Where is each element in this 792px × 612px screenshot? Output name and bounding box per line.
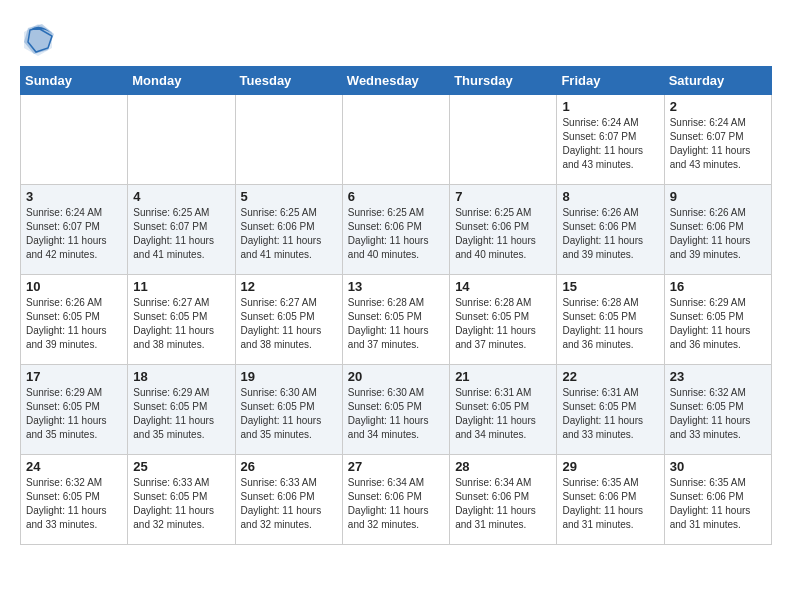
day-number: 30 bbox=[670, 459, 766, 474]
calendar-day-cell: 14Sunrise: 6:28 AM Sunset: 6:05 PM Dayli… bbox=[450, 275, 557, 365]
calendar-day-cell: 8Sunrise: 6:26 AM Sunset: 6:06 PM Daylig… bbox=[557, 185, 664, 275]
day-number: 17 bbox=[26, 369, 122, 384]
calendar-day-cell: 19Sunrise: 6:30 AM Sunset: 6:05 PM Dayli… bbox=[235, 365, 342, 455]
weekday-header: Tuesday bbox=[235, 67, 342, 95]
day-info: Sunrise: 6:27 AM Sunset: 6:05 PM Dayligh… bbox=[133, 296, 229, 352]
logo-icon bbox=[20, 20, 56, 56]
calendar-day-cell: 16Sunrise: 6:29 AM Sunset: 6:05 PM Dayli… bbox=[664, 275, 771, 365]
day-number: 8 bbox=[562, 189, 658, 204]
day-info: Sunrise: 6:25 AM Sunset: 6:06 PM Dayligh… bbox=[241, 206, 337, 262]
calendar-day-cell: 5Sunrise: 6:25 AM Sunset: 6:06 PM Daylig… bbox=[235, 185, 342, 275]
calendar-day-cell: 18Sunrise: 6:29 AM Sunset: 6:05 PM Dayli… bbox=[128, 365, 235, 455]
calendar-day-cell: 23Sunrise: 6:32 AM Sunset: 6:05 PM Dayli… bbox=[664, 365, 771, 455]
day-info: Sunrise: 6:25 AM Sunset: 6:06 PM Dayligh… bbox=[348, 206, 444, 262]
weekday-header: Monday bbox=[128, 67, 235, 95]
day-info: Sunrise: 6:29 AM Sunset: 6:05 PM Dayligh… bbox=[133, 386, 229, 442]
calendar-day-cell: 11Sunrise: 6:27 AM Sunset: 6:05 PM Dayli… bbox=[128, 275, 235, 365]
page-header bbox=[20, 20, 772, 56]
day-info: Sunrise: 6:25 AM Sunset: 6:06 PM Dayligh… bbox=[455, 206, 551, 262]
day-info: Sunrise: 6:33 AM Sunset: 6:05 PM Dayligh… bbox=[133, 476, 229, 532]
day-number: 26 bbox=[241, 459, 337, 474]
day-number: 6 bbox=[348, 189, 444, 204]
calendar-day-cell: 21Sunrise: 6:31 AM Sunset: 6:05 PM Dayli… bbox=[450, 365, 557, 455]
calendar-day-cell bbox=[235, 95, 342, 185]
calendar-day-cell: 9Sunrise: 6:26 AM Sunset: 6:06 PM Daylig… bbox=[664, 185, 771, 275]
day-number: 3 bbox=[26, 189, 122, 204]
day-number: 19 bbox=[241, 369, 337, 384]
calendar-week-row: 10Sunrise: 6:26 AM Sunset: 6:05 PM Dayli… bbox=[21, 275, 772, 365]
calendar-day-cell: 2Sunrise: 6:24 AM Sunset: 6:07 PM Daylig… bbox=[664, 95, 771, 185]
day-info: Sunrise: 6:26 AM Sunset: 6:05 PM Dayligh… bbox=[26, 296, 122, 352]
calendar-week-row: 17Sunrise: 6:29 AM Sunset: 6:05 PM Dayli… bbox=[21, 365, 772, 455]
weekday-header: Sunday bbox=[21, 67, 128, 95]
day-number: 4 bbox=[133, 189, 229, 204]
day-info: Sunrise: 6:35 AM Sunset: 6:06 PM Dayligh… bbox=[562, 476, 658, 532]
calendar-day-cell bbox=[21, 95, 128, 185]
calendar-day-cell: 1Sunrise: 6:24 AM Sunset: 6:07 PM Daylig… bbox=[557, 95, 664, 185]
day-number: 27 bbox=[348, 459, 444, 474]
day-info: Sunrise: 6:32 AM Sunset: 6:05 PM Dayligh… bbox=[670, 386, 766, 442]
calendar-day-cell: 10Sunrise: 6:26 AM Sunset: 6:05 PM Dayli… bbox=[21, 275, 128, 365]
day-number: 25 bbox=[133, 459, 229, 474]
calendar-table: SundayMondayTuesdayWednesdayThursdayFrid… bbox=[20, 66, 772, 545]
day-info: Sunrise: 6:26 AM Sunset: 6:06 PM Dayligh… bbox=[562, 206, 658, 262]
day-number: 12 bbox=[241, 279, 337, 294]
day-number: 24 bbox=[26, 459, 122, 474]
day-number: 9 bbox=[670, 189, 766, 204]
day-info: Sunrise: 6:26 AM Sunset: 6:06 PM Dayligh… bbox=[670, 206, 766, 262]
calendar-day-cell: 30Sunrise: 6:35 AM Sunset: 6:06 PM Dayli… bbox=[664, 455, 771, 545]
calendar-day-cell: 17Sunrise: 6:29 AM Sunset: 6:05 PM Dayli… bbox=[21, 365, 128, 455]
day-number: 1 bbox=[562, 99, 658, 114]
day-info: Sunrise: 6:34 AM Sunset: 6:06 PM Dayligh… bbox=[455, 476, 551, 532]
day-info: Sunrise: 6:30 AM Sunset: 6:05 PM Dayligh… bbox=[348, 386, 444, 442]
day-number: 13 bbox=[348, 279, 444, 294]
day-number: 29 bbox=[562, 459, 658, 474]
day-info: Sunrise: 6:24 AM Sunset: 6:07 PM Dayligh… bbox=[670, 116, 766, 172]
day-info: Sunrise: 6:31 AM Sunset: 6:05 PM Dayligh… bbox=[562, 386, 658, 442]
calendar-day-cell: 25Sunrise: 6:33 AM Sunset: 6:05 PM Dayli… bbox=[128, 455, 235, 545]
calendar-week-row: 3Sunrise: 6:24 AM Sunset: 6:07 PM Daylig… bbox=[21, 185, 772, 275]
calendar-day-cell: 13Sunrise: 6:28 AM Sunset: 6:05 PM Dayli… bbox=[342, 275, 449, 365]
calendar-day-cell: 15Sunrise: 6:28 AM Sunset: 6:05 PM Dayli… bbox=[557, 275, 664, 365]
calendar-day-cell bbox=[450, 95, 557, 185]
day-number: 20 bbox=[348, 369, 444, 384]
logo bbox=[20, 20, 62, 56]
calendar-day-cell: 28Sunrise: 6:34 AM Sunset: 6:06 PM Dayli… bbox=[450, 455, 557, 545]
calendar-day-cell: 20Sunrise: 6:30 AM Sunset: 6:05 PM Dayli… bbox=[342, 365, 449, 455]
day-info: Sunrise: 6:31 AM Sunset: 6:05 PM Dayligh… bbox=[455, 386, 551, 442]
weekday-header: Friday bbox=[557, 67, 664, 95]
day-info: Sunrise: 6:28 AM Sunset: 6:05 PM Dayligh… bbox=[562, 296, 658, 352]
day-info: Sunrise: 6:34 AM Sunset: 6:06 PM Dayligh… bbox=[348, 476, 444, 532]
day-info: Sunrise: 6:32 AM Sunset: 6:05 PM Dayligh… bbox=[26, 476, 122, 532]
calendar-header-row: SundayMondayTuesdayWednesdayThursdayFrid… bbox=[21, 67, 772, 95]
weekday-header: Saturday bbox=[664, 67, 771, 95]
calendar-day-cell: 12Sunrise: 6:27 AM Sunset: 6:05 PM Dayli… bbox=[235, 275, 342, 365]
weekday-header: Thursday bbox=[450, 67, 557, 95]
calendar-day-cell: 22Sunrise: 6:31 AM Sunset: 6:05 PM Dayli… bbox=[557, 365, 664, 455]
day-number: 11 bbox=[133, 279, 229, 294]
calendar-day-cell: 29Sunrise: 6:35 AM Sunset: 6:06 PM Dayli… bbox=[557, 455, 664, 545]
calendar-day-cell: 27Sunrise: 6:34 AM Sunset: 6:06 PM Dayli… bbox=[342, 455, 449, 545]
day-info: Sunrise: 6:29 AM Sunset: 6:05 PM Dayligh… bbox=[26, 386, 122, 442]
day-info: Sunrise: 6:28 AM Sunset: 6:05 PM Dayligh… bbox=[455, 296, 551, 352]
day-info: Sunrise: 6:24 AM Sunset: 6:07 PM Dayligh… bbox=[562, 116, 658, 172]
day-info: Sunrise: 6:27 AM Sunset: 6:05 PM Dayligh… bbox=[241, 296, 337, 352]
calendar-day-cell bbox=[128, 95, 235, 185]
calendar-day-cell: 26Sunrise: 6:33 AM Sunset: 6:06 PM Dayli… bbox=[235, 455, 342, 545]
day-info: Sunrise: 6:29 AM Sunset: 6:05 PM Dayligh… bbox=[670, 296, 766, 352]
day-number: 18 bbox=[133, 369, 229, 384]
day-number: 14 bbox=[455, 279, 551, 294]
day-info: Sunrise: 6:24 AM Sunset: 6:07 PM Dayligh… bbox=[26, 206, 122, 262]
day-info: Sunrise: 6:25 AM Sunset: 6:07 PM Dayligh… bbox=[133, 206, 229, 262]
day-info: Sunrise: 6:30 AM Sunset: 6:05 PM Dayligh… bbox=[241, 386, 337, 442]
day-number: 15 bbox=[562, 279, 658, 294]
calendar-day-cell: 3Sunrise: 6:24 AM Sunset: 6:07 PM Daylig… bbox=[21, 185, 128, 275]
calendar-day-cell bbox=[342, 95, 449, 185]
day-info: Sunrise: 6:33 AM Sunset: 6:06 PM Dayligh… bbox=[241, 476, 337, 532]
weekday-header: Wednesday bbox=[342, 67, 449, 95]
calendar-day-cell: 24Sunrise: 6:32 AM Sunset: 6:05 PM Dayli… bbox=[21, 455, 128, 545]
calendar-day-cell: 4Sunrise: 6:25 AM Sunset: 6:07 PM Daylig… bbox=[128, 185, 235, 275]
day-number: 16 bbox=[670, 279, 766, 294]
day-number: 22 bbox=[562, 369, 658, 384]
day-number: 10 bbox=[26, 279, 122, 294]
